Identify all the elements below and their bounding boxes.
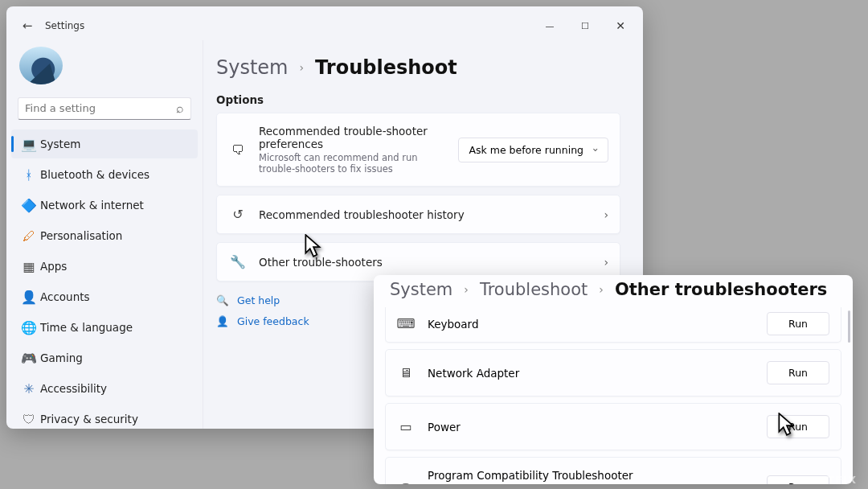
window-title: Settings [45,20,84,31]
sidebar-item-label: Bluetooth & devices [40,168,149,181]
sidebar-item-label: Privacy & security [40,413,138,425]
sidebar-item-label: Gaming [40,351,83,364]
breadcrumb-system[interactable]: System [216,56,289,79]
chevron-right-icon: › [300,61,305,74]
sidebar-item-gaming[interactable]: 🎮Gaming [11,343,198,372]
compatibility-icon: ⎚ [397,479,415,485]
accessibility-icon: ✳ [18,381,40,397]
section-title: Options [216,93,625,106]
nav-list: 💻System ᚼBluetooth & devices 🔷Network & … [6,128,203,429]
search-input[interactable] [25,102,176,114]
sidebar-item-label: Time & language [40,321,133,334]
run-button[interactable]: Run [767,361,829,384]
give-feedback-link[interactable]: Give feedback [237,315,309,327]
item-title: Network Adapter [428,367,754,380]
close-button[interactable]: ✕ [603,14,638,37]
run-button[interactable]: Run [767,415,829,438]
item-title: Power [428,421,754,434]
sidebar-item-apps[interactable]: ▦Apps [11,252,198,281]
card-desc: Microsoft can recommend and run trouble-… [259,152,447,175]
page-title: Troubleshoot [315,56,457,79]
network-adapter-icon: 🖥 [397,365,415,380]
other-troubleshooters-window: System › Troubleshoot › Other troublesho… [374,275,853,484]
watermark: UG⟐TFIX [801,474,857,486]
card-recommended-preferences[interactable]: 🗨 Recommended trouble-shooter preference… [216,113,620,187]
chevron-right-icon: › [604,256,608,269]
sidebar-item-privacy[interactable]: 🛡Privacy & security [11,405,198,429]
search-box[interactable]: ⌕ [18,97,191,120]
page-title: Other troubleshooters [615,280,827,299]
breadcrumb-troubleshoot[interactable]: Troubleshoot [480,280,588,299]
get-help-link[interactable]: Get help [237,294,280,306]
sidebar-item-accessibility[interactable]: ✳Accessibility [11,374,198,403]
item-title: Keyboard [428,318,754,331]
history-icon: ↺ [228,207,248,222]
sidebar-item-system[interactable]: 💻System [11,129,198,158]
sidebar-item-label: Personalisation [40,229,122,242]
troubleshooter-list: ⌨ Keyboard Run 🖥 Network Adapter Run ▭ P… [385,307,841,484]
chat-icon: 🗨 [228,142,248,158]
chevron-right-icon: › [464,283,469,296]
sidebar-item-label: Network & internet [40,199,144,212]
sidebar-item-bluetooth[interactable]: ᚼBluetooth & devices [11,160,198,189]
personalisation-icon: 🖊 [18,228,40,244]
time-icon: 🌐 [18,320,40,335]
chevron-right-icon: › [599,283,604,296]
breadcrumb: System › Troubleshoot [216,56,625,79]
troubleshooter-keyboard[interactable]: ⌨ Keyboard Run [385,307,841,343]
titlebar: ← Settings — ☐ ✕ [6,6,643,40]
accounts-icon: 👤 [18,290,40,305]
keyboard-icon: ⌨ [397,316,415,331]
search-icon: ⌕ [176,101,184,116]
troubleshooter-network-adapter[interactable]: 🖥 Network Adapter Run [385,349,841,397]
network-icon: 🔷 [18,198,40,213]
minimize-button[interactable]: — [532,14,567,37]
feedback-icon: 👤 [216,315,229,327]
sidebar-item-label: Accessibility [40,382,107,395]
card-title: Other trouble-shooters [259,256,592,269]
maximize-button[interactable]: ☐ [567,14,603,37]
run-button[interactable]: Run [767,312,829,335]
wrench-icon: 🔧 [228,254,248,269]
sidebar-item-time[interactable]: 🌐Time & language [11,313,198,342]
troubleshooter-program-compatibility[interactable]: ⎚ Program Compatibility Troubleshooter F… [385,457,841,484]
system-icon: 💻 [18,137,40,152]
breadcrumb: System › Troubleshoot › Other troublesho… [390,280,841,299]
troubleshooter-power[interactable]: ▭ Power Run [385,403,841,450]
scrollbar-thumb[interactable] [848,310,850,343]
breadcrumb-system[interactable]: System [390,280,452,299]
item-desc: Find and fix problems with running older… [428,483,754,484]
card-title: Recommended trouble-shooter preferences [259,125,447,150]
chevron-right-icon: › [604,208,608,221]
sidebar-item-label: Apps [40,260,67,273]
help-icon: 🔍 [216,294,229,306]
sidebar: ⌕ 💻System ᚼBluetooth & devices 🔷Network … [6,40,203,429]
sidebar-item-personalisation[interactable]: 🖊Personalisation [11,221,198,250]
bluetooth-icon: ᚼ [18,167,40,183]
sidebar-item-network[interactable]: 🔷Network & internet [11,191,198,220]
item-title: Program Compatibility Troubleshooter [428,469,754,482]
sidebar-item-label: System [40,138,80,150]
preferences-dropdown[interactable]: Ask me before running [458,138,608,162]
sidebar-item-label: Accounts [40,290,90,303]
power-icon: ▭ [397,419,415,434]
privacy-icon: 🛡 [18,412,40,427]
sidebar-item-accounts[interactable]: 👤Accounts [11,282,198,311]
back-button[interactable]: ← [18,18,37,33]
avatar[interactable] [19,47,63,84]
card-history[interactable]: ↺ Recommended troubleshooter history › [216,195,620,234]
gaming-icon: 🎮 [18,351,40,366]
card-title: Recommended troubleshooter history [259,208,592,221]
apps-icon: ▦ [18,259,40,274]
